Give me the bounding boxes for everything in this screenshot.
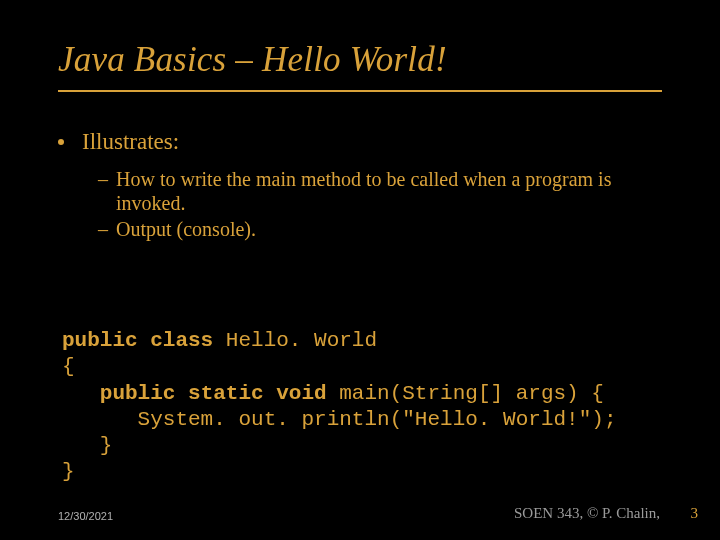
- sub-bullet-2: – Output (console).: [98, 217, 660, 241]
- title-underline: [58, 90, 662, 92]
- footer-credit: SOEN 343, © P. Chalin,: [514, 505, 660, 522]
- sub-bullets: – How to write the main method to be cal…: [98, 167, 660, 241]
- code-text: }: [62, 434, 112, 457]
- code-block: public class Hello. World { public stati…: [62, 328, 617, 486]
- code-text: Hello. World: [213, 329, 377, 352]
- bullet-text: Illustrates:: [82, 128, 179, 157]
- slide-title: Java Basics – Hello World!: [58, 40, 447, 80]
- sub-bullet-1: – How to write the main method to be cal…: [98, 167, 660, 215]
- sub-bullet-text: Output (console).: [116, 217, 256, 241]
- code-keyword: public class: [62, 329, 213, 352]
- bullet-list: Illustrates: – How to write the main met…: [58, 128, 660, 243]
- code-keyword: public static void: [100, 382, 327, 405]
- dash-icon: –: [98, 167, 108, 191]
- dash-icon: –: [98, 217, 108, 241]
- code-text: System. out. println("Hello. World!");: [62, 408, 617, 431]
- bullet-dot-icon: [58, 139, 64, 145]
- code-text: }: [62, 460, 75, 483]
- code-text: main(String[] args) {: [327, 382, 604, 405]
- bullet-level1: Illustrates:: [58, 128, 660, 157]
- code-text: {: [62, 355, 75, 378]
- code-text: [62, 382, 100, 405]
- footer-date: 12/30/2021: [58, 510, 113, 522]
- footer-page-number: 3: [691, 505, 699, 522]
- sub-bullet-text: How to write the main method to be calle…: [116, 167, 660, 215]
- slide: Java Basics – Hello World! Illustrates: …: [0, 0, 720, 540]
